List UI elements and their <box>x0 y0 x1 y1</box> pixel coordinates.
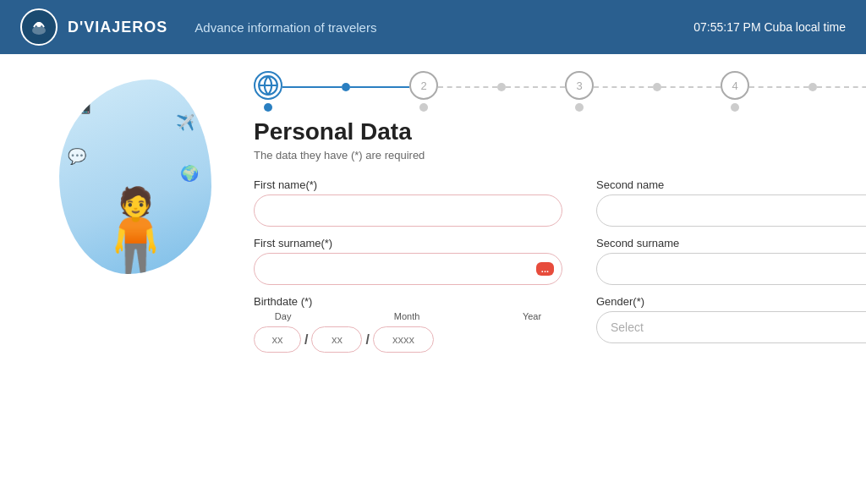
input-badge: ... <box>536 262 554 276</box>
traveler-illustration: 🧍 <box>83 189 189 274</box>
connector-dot-1 <box>342 83 350 91</box>
step-4: 4 <box>721 71 749 112</box>
step-4-dot <box>731 103 739 112</box>
main-content: 📱 ✈️ 💬 🌍 🧍 <box>0 54 866 504</box>
birthdate-year-input[interactable] <box>373 326 434 353</box>
app-header: D'VIAJEROS Advance information of travel… <box>0 0 866 54</box>
birthdate-month-input[interactable] <box>311 326 362 353</box>
step-3-circle: 3 <box>565 71 594 100</box>
date-separator-1: / <box>304 332 308 348</box>
first-surname-input[interactable] <box>254 253 562 285</box>
illustration-blob: 📱 ✈️ 💬 🌍 🧍 <box>59 79 211 274</box>
float-icon-plane: ✈️ <box>176 113 195 132</box>
first-name-group: First name(*) <box>254 178 562 227</box>
second-name-input[interactable] <box>596 194 866 227</box>
birthdate-sublabels: Day Month Year <box>254 311 562 321</box>
first-surname-wrapper: ... <box>254 253 562 285</box>
day-sublabel: Day <box>254 311 312 321</box>
year-sublabel: Year <box>502 311 562 321</box>
step-3-dot <box>575 103 584 112</box>
connector-3-4 <box>594 83 721 91</box>
birthdate-inputs: / / <box>254 326 562 353</box>
form-title: Personal Data <box>254 118 866 145</box>
form-column: 2 3 4 <box>254 71 866 353</box>
second-surname-group: Second surname <box>596 237 866 285</box>
first-surname-label: First surname(*) <box>254 237 562 249</box>
connector-line-1b <box>350 86 409 88</box>
connector-line-2 <box>438 86 497 88</box>
gender-group: Gender(*) Select Male Female Other <box>596 295 866 353</box>
stepper: 2 3 4 <box>254 71 866 112</box>
step-1 <box>254 71 282 112</box>
connector-dot-2 <box>497 83 506 91</box>
step-2-circle: 2 <box>409 71 438 100</box>
date-separator-2: / <box>365 332 369 348</box>
month-sublabel: Month <box>378 311 436 321</box>
float-icon-globe: 🌍 <box>180 164 199 183</box>
logo <box>20 8 58 46</box>
connector-line-3b <box>661 86 721 88</box>
second-name-label: Second name <box>596 178 866 191</box>
second-name-group: Second name <box>596 178 866 227</box>
svg-point-1 <box>32 26 46 35</box>
connector-line-3 <box>594 86 653 88</box>
header-title: Advance information of travelers <box>195 20 376 35</box>
first-name-input[interactable] <box>254 194 562 227</box>
connector-2-3 <box>438 83 565 91</box>
first-name-label: First name(*) <box>254 178 562 191</box>
svg-point-2 <box>36 22 41 27</box>
step-2: 2 <box>409 71 438 112</box>
connector-1-2 <box>282 83 409 91</box>
connector-dot-4 <box>808 83 817 91</box>
gender-select[interactable]: Select Male Female Other <box>596 311 866 343</box>
step-1-circle <box>254 71 282 100</box>
brand-name: D'VIAJEROS <box>68 19 167 36</box>
step-3: 3 <box>565 71 594 112</box>
connector-line-4b <box>817 86 866 88</box>
connector-4-5 <box>749 83 866 91</box>
gender-label: Gender(*) <box>596 295 866 308</box>
float-icon-chat: 💬 <box>68 147 86 166</box>
float-icon-phone: 📱 <box>76 96 95 115</box>
connector-line-4 <box>749 86 808 88</box>
header-time: 07:55:17 PM Cuba local time <box>693 20 846 34</box>
birthdate-label: Birthdate (*) <box>254 295 562 308</box>
step-4-circle: 4 <box>721 71 749 100</box>
illustration-column: 📱 ✈️ 💬 🌍 🧍 <box>51 71 220 274</box>
step-2-dot <box>419 103 428 112</box>
second-surname-label: Second surname <box>596 237 866 249</box>
birthdate-day-input[interactable] <box>254 326 301 353</box>
form-subtitle: The data they have (*) are required <box>254 149 866 162</box>
step-1-dot <box>264 103 272 112</box>
connector-line-1 <box>282 86 342 88</box>
header-left: D'VIAJEROS Advance information of travel… <box>20 8 376 46</box>
connector-dot-3 <box>653 83 661 91</box>
first-surname-group: First surname(*) ... <box>254 237 562 285</box>
connector-line-2b <box>506 86 565 88</box>
second-surname-input[interactable] <box>596 253 866 285</box>
form-grid: First name(*) Second name First surname(… <box>254 178 866 353</box>
birthdate-group: Birthdate (*) Day Month Year / / <box>254 295 562 353</box>
